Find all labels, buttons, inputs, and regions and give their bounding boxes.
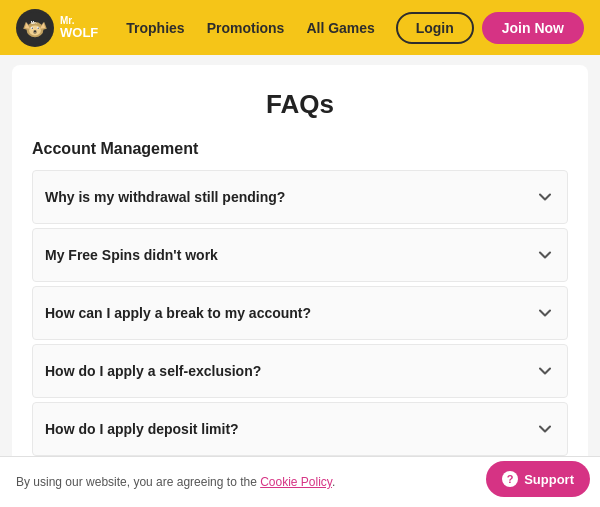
- support-button[interactable]: ? Support: [486, 461, 590, 497]
- chevron-down-icon: [535, 245, 555, 265]
- chevron-down-icon: [535, 187, 555, 207]
- svg-point-11: [33, 30, 36, 32]
- support-label: Support: [524, 472, 574, 487]
- faq-item-3[interactable]: How can I apply a break to my account?: [32, 286, 568, 340]
- nav-trophies[interactable]: Trophies: [126, 20, 184, 36]
- cookie-message: By using our website, you are agreeing t…: [16, 475, 260, 489]
- logo-text: Mr. WOLF: [60, 16, 98, 39]
- faq-question-1: Why is my withdrawal still pending?: [45, 189, 285, 205]
- chevron-down-icon: [535, 419, 555, 439]
- faq-question-4: How do I apply a self-exclusion?: [45, 363, 261, 379]
- support-icon: ?: [502, 471, 518, 487]
- faq-question-3: How can I apply a break to my account?: [45, 305, 311, 321]
- chevron-down-icon: [535, 303, 555, 323]
- faq-item-2[interactable]: My Free Spins didn't work: [32, 228, 568, 282]
- logo-wolf-text: WOLF: [60, 26, 98, 39]
- svg-point-10: [38, 27, 39, 28]
- nav-all-games[interactable]: All Games: [306, 20, 374, 36]
- cookie-policy-link[interactable]: Cookie Policy: [260, 475, 332, 489]
- cookie-text: By using our website, you are agreeing t…: [16, 475, 545, 489]
- svg-point-9: [32, 27, 33, 28]
- nav: Trophies Promotions All Games: [126, 20, 375, 36]
- page-title: FAQs: [32, 89, 568, 120]
- section-title: Account Management: [32, 140, 568, 158]
- logo-icon: Mr.: [16, 9, 54, 47]
- header-buttons: Login Join Now: [396, 12, 584, 44]
- nav-promotions[interactable]: Promotions: [207, 20, 285, 36]
- faq-list: Why is my withdrawal still pending?My Fr…: [32, 170, 568, 485]
- svg-text:Mr.: Mr.: [31, 19, 37, 24]
- logo: Mr. Mr. WOLF: [16, 9, 98, 47]
- faq-item-4[interactable]: How do I apply a self-exclusion?: [32, 344, 568, 398]
- faq-item-5[interactable]: How do I apply deposit limit?: [32, 402, 568, 456]
- chevron-down-icon: [535, 361, 555, 381]
- main-content: FAQs Account Management Why is my withdr…: [12, 65, 588, 485]
- header: Mr. Mr. WOLF Trophies Promotions All Gam…: [0, 0, 600, 55]
- login-button[interactable]: Login: [396, 12, 474, 44]
- faq-question-5: How do I apply deposit limit?: [45, 421, 239, 437]
- join-button[interactable]: Join Now: [482, 12, 584, 44]
- faq-item-1[interactable]: Why is my withdrawal still pending?: [32, 170, 568, 224]
- faq-question-2: My Free Spins didn't work: [45, 247, 218, 263]
